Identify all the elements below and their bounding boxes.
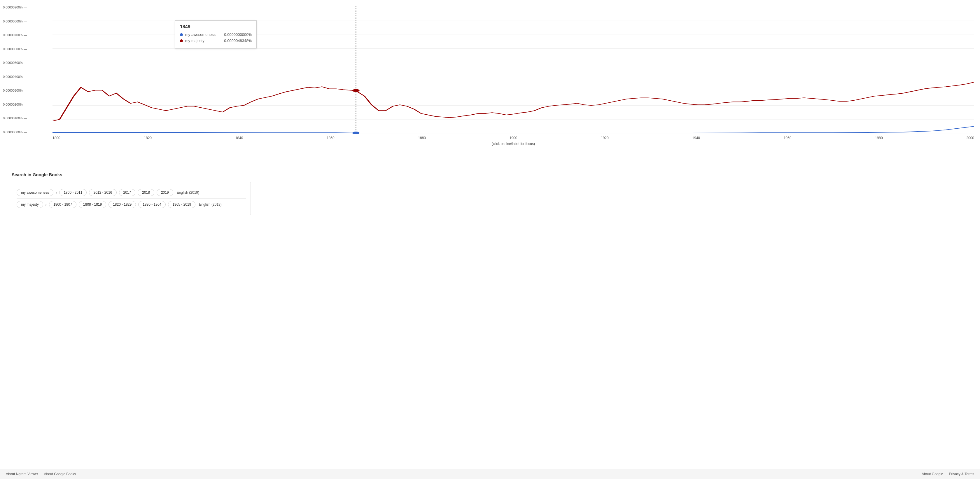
search-range-majesty-4[interactable]: 1965 - 2019 <box>168 201 196 208</box>
tooltip-value-awesomeness: 0.0000000000% <box>224 32 252 37</box>
tooltip-term-majesty: my majesty <box>185 38 222 43</box>
search-lang-awesomeness: English (2019) <box>177 191 199 194</box>
search-range-awesomeness-3[interactable]: 2018 <box>138 189 154 196</box>
y-label-8: 0.00000800% — <box>3 20 27 23</box>
dot-majesty-1849[interactable] <box>352 89 360 92</box>
search-row-majesty: my majesty › 1800 - 1807 1808 - 1819 182… <box>17 198 246 210</box>
search-lang-majesty: English (2019) <box>199 202 221 207</box>
x-label-1820: 1820 <box>144 136 152 140</box>
chevron-awesomeness[interactable]: › <box>56 191 57 195</box>
tooltip-dot-majesty <box>180 40 183 42</box>
tooltip-value-majesty: 0.0000048348% <box>224 38 252 43</box>
search-title: Search in Google Books <box>12 172 251 177</box>
y-label-5: 0.00000500% — <box>3 61 27 64</box>
chart-tooltip: 1849 my awesomeness 0.0000000000% my maj… <box>175 21 257 48</box>
x-label-1800: 1800 <box>52 136 60 140</box>
y-label-2: 0.00000200% — <box>3 103 27 106</box>
click-hint: (click on line/label for focus) <box>52 142 974 146</box>
y-label-1: 0.00000100% — <box>3 117 27 120</box>
search-term-awesomeness[interactable]: my awesomeness <box>17 189 53 196</box>
x-label-1940: 1940 <box>692 136 700 140</box>
x-label-1960: 1960 <box>784 136 792 140</box>
search-range-awesomeness-1[interactable]: 2012 - 2016 <box>89 189 116 196</box>
y-label-4: 0.00000400% — <box>3 75 27 78</box>
x-label-1980: 1980 <box>875 136 883 140</box>
line-my-awesomeness[interactable] <box>52 126 974 133</box>
dot-awesomeness-1849[interactable] <box>352 132 360 134</box>
x-label-1900: 1900 <box>509 136 517 140</box>
y-label-0: 0.00000000% — <box>3 131 27 134</box>
search-term-majesty[interactable]: my majesty <box>17 201 43 208</box>
tooltip-dot-awesomeness <box>180 33 183 36</box>
y-label-6: 0.00000600% — <box>3 48 27 51</box>
tooltip-term-awesomeness: my awesomeness <box>185 32 222 37</box>
chart-area[interactable]: 0.00000000% — 0.00000100% — 0.00000200% … <box>52 6 974 134</box>
search-range-awesomeness-0[interactable]: 1800 - 2011 <box>59 189 87 196</box>
search-range-awesomeness-4[interactable]: 2019 <box>157 189 173 196</box>
line-my-majesty[interactable] <box>52 82 974 121</box>
y-label-3: 0.00000300% — <box>3 89 27 92</box>
search-box: my awesomeness › 1800 - 2011 2012 - 2016… <box>12 182 251 215</box>
chart-container: 0.00000000% — 0.00000100% — 0.00000200% … <box>0 0 980 163</box>
tooltip-row-awesomeness: my awesomeness 0.0000000000% <box>180 32 252 37</box>
x-label-1860: 1860 <box>327 136 334 140</box>
search-row-awesomeness: my awesomeness › 1800 - 2011 2012 - 2016… <box>17 187 246 198</box>
y-axis: 0.00000000% — 0.00000100% — 0.00000200% … <box>3 6 27 134</box>
search-section: Search in Google Books my awesomeness › … <box>0 163 262 225</box>
x-label-1920: 1920 <box>601 136 609 140</box>
chevron-majesty[interactable]: › <box>46 202 47 207</box>
x-axis: 1800 1820 1840 1860 1880 1900 1920 1940 … <box>52 134 974 140</box>
y-label-7: 0.00000700% — <box>3 33 27 37</box>
x-label-2000: 2000 <box>966 136 974 140</box>
x-label-1880: 1880 <box>418 136 426 140</box>
tooltip-year: 1849 <box>180 24 252 29</box>
search-range-awesomeness-2[interactable]: 2017 <box>119 189 135 196</box>
search-range-majesty-1[interactable]: 1808 - 1819 <box>79 201 106 208</box>
y-label-9: 0.00000900% — <box>3 6 27 9</box>
search-range-majesty-0[interactable]: 1800 - 1807 <box>49 201 76 208</box>
tooltip-row-majesty: my majesty 0.0000048348% <box>180 38 252 43</box>
search-range-majesty-2[interactable]: 1820 - 1829 <box>108 201 136 208</box>
search-range-majesty-3[interactable]: 1830 - 1964 <box>138 201 165 208</box>
x-label-1840: 1840 <box>235 136 243 140</box>
